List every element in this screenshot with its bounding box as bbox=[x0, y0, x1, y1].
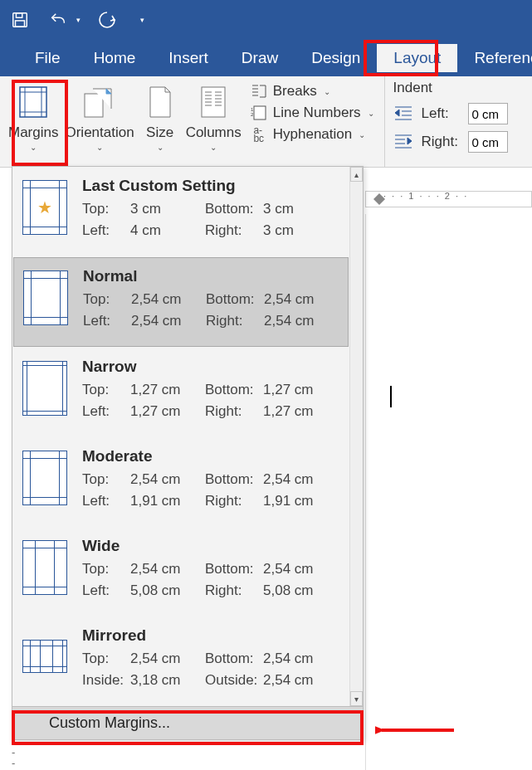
preset-title: Moderate bbox=[82, 447, 343, 465]
chevron-down-icon: ⌄ bbox=[210, 143, 217, 152]
preset-thumb-icon bbox=[22, 451, 67, 505]
hyphenation-icon: a-bc bbox=[250, 126, 268, 143]
columns-icon bbox=[194, 85, 232, 119]
margins-preset-narrow[interactable]: NarrowTop:1,27 cmBottom:1,27 cmLeft:1,27… bbox=[12, 348, 349, 437]
undo-button[interactable] bbox=[46, 8, 70, 32]
menu-scrollbar[interactable]: ▴ ▾ bbox=[349, 167, 363, 706]
orientation-button[interactable]: Orientation ⌄ bbox=[61, 80, 137, 152]
indent-left-label: Left: bbox=[422, 105, 461, 122]
svg-text:2: 2 bbox=[251, 112, 254, 117]
hyphenation-button[interactable]: a-bc Hyphenation ⌄ bbox=[250, 126, 374, 143]
chevron-down-icon: ⌄ bbox=[30, 143, 37, 152]
columns-label: Columns bbox=[186, 124, 242, 141]
preset-thumb-icon bbox=[22, 640, 67, 673]
tab-file[interactable]: File bbox=[18, 44, 77, 72]
ruler-marks: · · · 1 · · · 2 · · bbox=[383, 191, 468, 201]
preset-thumb-icon bbox=[22, 361, 67, 416]
vertical-ruler-fragment: -- bbox=[12, 747, 28, 768]
breaks-button[interactable]: Breaks ⌄ bbox=[250, 83, 374, 100]
margins-preset-last-custom-setting[interactable]: ★Last Custom SettingTop:3 cmBottom:3 cmL… bbox=[12, 167, 349, 256]
margins-preset-moderate[interactable]: ModerateTop:2,54 cmBottom:2,54 cmLeft:1,… bbox=[12, 437, 349, 527]
chevron-down-icon: ⌄ bbox=[368, 109, 374, 118]
breaks-label: Breaks bbox=[273, 83, 317, 100]
line-numbers-icon: 12 bbox=[250, 105, 268, 121]
preset-title: Narrow bbox=[82, 358, 343, 376]
tab-home[interactable]: Home bbox=[77, 44, 153, 72]
chevron-down-icon: ⌄ bbox=[157, 143, 164, 152]
scroll-up-icon[interactable]: ▴ bbox=[350, 167, 363, 182]
scroll-down-icon[interactable]: ▾ bbox=[350, 691, 363, 706]
tab-references[interactable]: References bbox=[457, 44, 532, 72]
svg-rect-20 bbox=[254, 106, 266, 119]
margins-preset-wide[interactable]: WideTop:2,54 cmBottom:2,54 cmLeft:5,08 c… bbox=[12, 527, 349, 616]
indent-title: Indent bbox=[393, 80, 508, 96]
line-numbers-label: Line Numbers bbox=[273, 105, 361, 121]
preset-thumb-icon bbox=[23, 270, 68, 325]
size-label: Size bbox=[146, 124, 173, 141]
preset-title: Last Custom Setting bbox=[82, 177, 343, 195]
save-button[interactable] bbox=[8, 8, 32, 32]
redo-button[interactable] bbox=[95, 8, 119, 32]
margins-label: Margins bbox=[8, 124, 58, 141]
page-setup-group: Margins ⌄ Orientation ⌄ Size ⌄ Columns ⌄ bbox=[0, 76, 385, 167]
annotation-arrow-icon bbox=[375, 722, 458, 742]
margins-button[interactable]: Margins ⌄ bbox=[5, 80, 61, 152]
tab-layout[interactable]: Layout bbox=[377, 44, 457, 72]
size-button[interactable]: Size ⌄ bbox=[138, 80, 183, 152]
star-icon: ★ bbox=[37, 197, 52, 217]
chevron-down-icon: ⌄ bbox=[324, 87, 330, 96]
indent-right-label: Right: bbox=[422, 134, 461, 150]
svg-rect-1 bbox=[16, 13, 22, 18]
orientation-label: Orientation bbox=[65, 124, 134, 141]
svg-rect-8 bbox=[85, 94, 103, 117]
chevron-down-icon: ⌄ bbox=[96, 143, 103, 152]
chevron-down-icon: ⌄ bbox=[359, 130, 365, 139]
tab-draw[interactable]: Draw bbox=[225, 44, 295, 72]
preset-title: Mirrored bbox=[82, 626, 343, 645]
tab-design[interactable]: Design bbox=[295, 44, 377, 72]
tab-insert[interactable]: Insert bbox=[152, 44, 225, 72]
line-numbers-button[interactable]: 12 Line Numbers ⌄ bbox=[250, 105, 374, 121]
ribbon-tabs: File Home Insert Draw Design Layout Refe… bbox=[0, 40, 532, 76]
size-icon bbox=[141, 85, 179, 119]
horizontal-ruler[interactable]: · · · 1 · · · 2 · · bbox=[365, 191, 532, 214]
indent-left-icon bbox=[393, 105, 415, 123]
breaks-icon bbox=[250, 83, 268, 100]
qat-customize-icon[interactable]: ▾ bbox=[140, 16, 144, 24]
custom-margins-label: Custom Margins... bbox=[49, 714, 170, 732]
margins-preset-mirrored[interactable]: MirroredTop:2,54 cmBottom:2,54 cmInside:… bbox=[12, 616, 349, 706]
text-cursor bbox=[390, 386, 392, 407]
svg-rect-2 bbox=[16, 21, 25, 27]
quick-access-toolbar: ▾ ▾ bbox=[0, 0, 532, 40]
indent-left-input[interactable] bbox=[468, 103, 508, 124]
ribbon: Margins ⌄ Orientation ⌄ Size ⌄ Columns ⌄ bbox=[0, 76, 532, 168]
orientation-icon bbox=[81, 85, 119, 119]
preset-title: Wide bbox=[82, 537, 343, 555]
undo-dropdown-icon[interactable]: ▾ bbox=[76, 16, 81, 24]
margins-dropdown: ★Last Custom SettingTop:3 cmBottom:3 cmL… bbox=[12, 166, 364, 740]
preset-thumb-icon: ★ bbox=[22, 180, 67, 235]
preset-title: Normal bbox=[83, 267, 342, 285]
svg-rect-3 bbox=[20, 87, 46, 117]
margins-icon bbox=[14, 85, 52, 119]
hyphenation-label: Hyphenation bbox=[273, 126, 352, 143]
preset-thumb-icon bbox=[22, 540, 67, 595]
indent-right-input[interactable] bbox=[468, 131, 508, 153]
indent-group: Indent Left: Right: bbox=[385, 76, 516, 167]
margins-preset-normal[interactable]: NormalTop:2,54 cmBottom:2,54 cmLeft:2,54… bbox=[13, 257, 349, 347]
indent-right-icon bbox=[393, 133, 415, 151]
custom-margins-item[interactable]: Custom Margins... bbox=[12, 706, 363, 739]
columns-button[interactable]: Columns ⌄ bbox=[183, 80, 245, 152]
document-canvas[interactable] bbox=[365, 214, 532, 770]
